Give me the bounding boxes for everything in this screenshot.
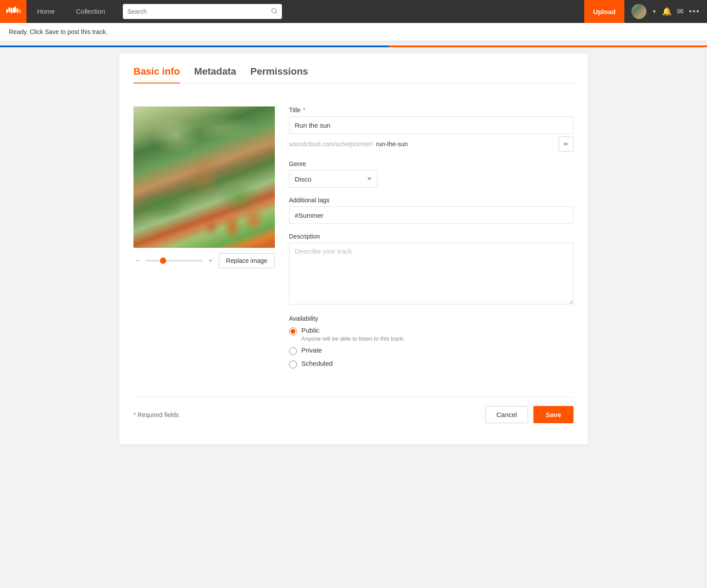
nav-links: Home Collection: [27, 0, 116, 23]
availability-field-group: Availability Public Anyone will be able …: [289, 315, 574, 368]
logo[interactable]: [0, 0, 27, 23]
title-field-group: Title * soundcloud.com/schelpcenter/ run…: [289, 106, 574, 152]
status-message: Ready. Click Save to post this track.: [9, 28, 107, 35]
url-slug: run-the-sun: [376, 140, 408, 148]
genre-label: Genre: [289, 160, 574, 167]
search-icon: [271, 8, 277, 15]
footer-buttons: Cancel Save: [485, 406, 574, 423]
availability-public-label[interactable]: Public: [301, 326, 319, 334]
tags-field-group: Additional tags: [289, 197, 574, 224]
navbar-right: ▼ 🔔 ✉ •••: [624, 4, 707, 19]
availability-private-radio[interactable]: [289, 347, 297, 355]
save-button[interactable]: Save: [533, 406, 574, 423]
zoom-out-button[interactable]: −: [133, 257, 142, 265]
replace-image-button[interactable]: Replace image: [219, 253, 275, 268]
nav-collection[interactable]: Collection: [65, 0, 116, 23]
url-prefix: soundcloud.com/schelpcenter/: [289, 140, 373, 148]
availability-public-sublabel: Anyone will be able to listen to this tr…: [301, 335, 405, 342]
title-required-star: *: [301, 106, 305, 114]
tab-permissions[interactable]: Permissions: [251, 66, 308, 83]
more-icon[interactable]: •••: [689, 7, 700, 16]
title-label: Title *: [289, 106, 574, 114]
availability-scheduled-label[interactable]: Scheduled: [301, 360, 333, 367]
svg-point-0: [272, 8, 276, 13]
progress-bar: [0, 41, 707, 43]
zoom-slider-thumb[interactable]: [160, 258, 166, 264]
navbar: Home Collection Upload ▼ 🔔 ✉ •••: [0, 0, 707, 23]
svg-line-1: [276, 12, 277, 14]
image-section: − + Replace image: [133, 106, 275, 377]
required-note: * Required fields: [133, 411, 179, 418]
upload-button[interactable]: Upload: [584, 0, 624, 23]
availability-scheduled-option: Scheduled: [289, 360, 574, 368]
chevron-down-icon[interactable]: ▼: [652, 9, 657, 14]
image-controls: − + Replace image: [133, 253, 275, 268]
description-textarea[interactable]: [289, 243, 574, 304]
search-input[interactable]: [127, 8, 271, 15]
nav-home[interactable]: Home: [27, 0, 65, 23]
cancel-button[interactable]: Cancel: [485, 406, 528, 423]
bell-icon[interactable]: 🔔: [662, 7, 672, 16]
description-field-group: Description: [289, 233, 574, 306]
zoom-slider[interactable]: [146, 260, 203, 262]
content-card: Basic info Metadata Permissions − + Repl…: [119, 53, 588, 444]
availability-scheduled-radio[interactable]: [289, 360, 297, 368]
required-note-star: *: [133, 411, 137, 418]
mail-icon[interactable]: ✉: [677, 7, 684, 16]
tags-input[interactable]: [289, 206, 574, 224]
genre-select[interactable]: Disco Pop Rock Hip-hop Electronic Jazz C…: [289, 170, 377, 188]
tab-basic-info[interactable]: Basic info: [133, 66, 180, 83]
zoom-in-button[interactable]: +: [206, 257, 215, 265]
availability-public-option: Public Anyone will be able to listen to …: [289, 326, 574, 342]
availability-private-label[interactable]: Private: [301, 346, 322, 354]
progress-filled: [0, 46, 389, 47]
edit-url-button[interactable]: ✏: [559, 137, 574, 152]
availability-label: Availability: [289, 315, 574, 322]
avatar[interactable]: [631, 4, 646, 19]
soundcloud-logo-icon: [6, 6, 20, 17]
form-footer: * Required fields Cancel Save: [133, 397, 574, 432]
track-image: [133, 106, 275, 248]
availability-public-radio[interactable]: [289, 327, 297, 335]
required-fields-label: Required fields: [137, 411, 179, 418]
search-area: [123, 4, 577, 19]
form-layout: − + Replace image Title * s: [133, 96, 574, 388]
availability-private-option: Private: [289, 346, 574, 355]
genre-field-group: Genre Disco Pop Rock Hip-hop Electronic …: [289, 160, 574, 188]
progress-empty: [389, 46, 707, 47]
form-fields: Title * soundcloud.com/schelpcenter/ run…: [289, 106, 574, 377]
title-input[interactable]: [289, 116, 574, 134]
tab-metadata[interactable]: Metadata: [194, 66, 236, 83]
pencil-icon: ✏: [563, 140, 569, 148]
tags-label: Additional tags: [289, 197, 574, 204]
main-content: Basic info Metadata Permissions − + Repl…: [110, 43, 597, 455]
url-row: soundcloud.com/schelpcenter/ run-the-sun…: [289, 137, 574, 152]
tabs: Basic info Metadata Permissions: [133, 66, 574, 83]
search-wrapper: [123, 4, 282, 19]
description-label: Description: [289, 233, 574, 240]
status-bar: Ready. Click Save to post this track.: [0, 23, 707, 41]
